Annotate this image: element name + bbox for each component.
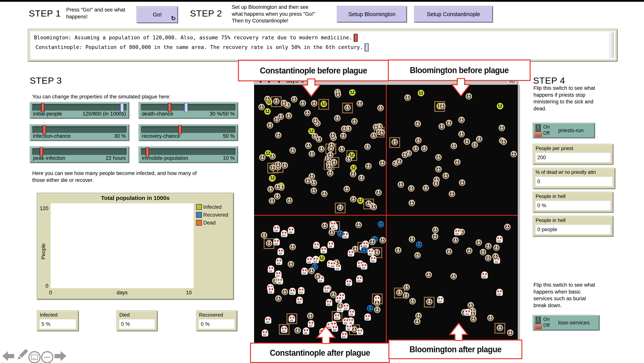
go-button[interactable]: Go! ↻ — [137, 6, 178, 23]
person-healthy — [426, 272, 432, 278]
keyboard-icon-inner — [31, 354, 38, 360]
output-scrollbar[interactable] — [609, 32, 614, 58]
monitor-infected: Infected 5 % — [37, 310, 79, 331]
monitor-label: People in hell — [536, 194, 566, 199]
person-dead — [265, 316, 271, 324]
person-dead — [268, 287, 274, 294]
callout-arrow-down — [451, 78, 470, 96]
slider-channel[interactable] — [141, 126, 236, 133]
person-healthy — [273, 98, 280, 104]
person-healthy — [370, 132, 377, 139]
slider-channel[interactable] — [141, 148, 236, 155]
pencil-icon[interactable] — [15, 348, 29, 362]
quadrant-divider-vertical — [386, 85, 387, 343]
person-healthy — [316, 136, 322, 142]
slider-death-chance[interactable]: death-chance 30 %/50 % — [138, 102, 238, 118]
initial-people-handle-red[interactable] — [41, 103, 44, 112]
slider-channel[interactable] — [32, 104, 127, 111]
switch-off-label: Off — [543, 322, 550, 328]
person-healthy — [308, 150, 315, 157]
person-dead — [306, 256, 313, 264]
person-healthy — [449, 191, 455, 197]
person-dead — [348, 250, 354, 256]
step1-instruction: Press "Go!" and see what happens! — [66, 6, 141, 20]
person-healthy — [433, 180, 439, 187]
death-chance-handle-blue[interactable] — [184, 103, 188, 112]
slider-channel[interactable] — [32, 148, 127, 155]
person-healthy — [476, 136, 482, 142]
person-healthy — [351, 118, 358, 124]
netlogo-plague-model: STEP 1 Press "Go!" and see what happens!… — [0, 0, 644, 363]
person-dead — [362, 240, 369, 248]
forward-arrow-icon[interactable] — [54, 351, 66, 362]
priests-run-switch[interactable]: On Off priests-run — [533, 123, 595, 138]
monitor-value: 0 % — [119, 319, 155, 329]
person-healthy — [308, 268, 315, 274]
monitor-value: 0 — [535, 176, 613, 186]
person-healthy — [403, 284, 410, 290]
person-healthy — [450, 273, 457, 280]
person-healthy — [442, 172, 449, 179]
person-healthy — [396, 158, 402, 164]
slider-channel[interactable] — [32, 126, 127, 133]
initial-people-handle-blue[interactable] — [120, 103, 124, 112]
slider-label: recovery-chance — [142, 133, 180, 139]
person-healthy — [452, 237, 459, 244]
person-healthy — [330, 291, 336, 298]
person-dead — [368, 248, 374, 256]
person-dead — [288, 315, 295, 322]
person-infected — [269, 175, 276, 181]
person-healthy — [485, 255, 492, 261]
legend-dead: Dead — [196, 220, 216, 226]
slider-peak-infection[interactable]: peak-infection 22 hours — [30, 146, 129, 163]
switch-handle[interactable] — [534, 132, 542, 137]
callout-arrow-up — [316, 326, 336, 344]
keyboard-icon[interactable] — [28, 351, 41, 363]
infection-chance-handle-red[interactable] — [42, 125, 46, 134]
person-healthy — [404, 94, 411, 101]
output-text-area: Bloomington: Assuming a population of 12… — [30, 31, 616, 60]
person-healthy — [458, 117, 465, 123]
slider-value: 10 % — [223, 155, 235, 161]
slider-initial-people[interactable]: initial-people 120/800 (in 1000s) — [30, 102, 129, 118]
setup-bloomington-button[interactable]: Setup Bloomington — [337, 6, 407, 22]
immobile-population-handle-red[interactable] — [146, 147, 149, 156]
person-healthy — [435, 166, 442, 172]
recovery-chance-handle-red[interactable] — [178, 125, 182, 134]
person-healthy — [464, 138, 470, 145]
person-healthy — [409, 236, 415, 242]
peak-infection-handle-red[interactable] — [40, 147, 43, 156]
person-healthy — [392, 139, 398, 146]
slider-value: 120/800 (in 1000s) — [83, 111, 126, 117]
callout-bloomington-before: Bloomington before plague — [388, 60, 530, 81]
setup-constantinople-button[interactable]: Setup Constantinople — [414, 6, 493, 22]
monitor-label: Recovered — [199, 312, 223, 318]
lose-services-switch[interactable]: On Off lose-services — [533, 315, 600, 330]
person-healthy — [374, 306, 380, 313]
person-dead — [273, 225, 280, 232]
person-healthy — [398, 181, 404, 188]
person-dead — [281, 326, 288, 333]
person-dead — [334, 313, 340, 320]
priests-instruction: Flip this switch to see what happens if … — [534, 85, 624, 112]
person-healthy — [493, 244, 500, 251]
world-view[interactable] — [254, 85, 520, 343]
slider-label: infection-chance — [33, 133, 71, 139]
slider-channel[interactable] — [141, 104, 236, 111]
person-infected — [350, 164, 357, 171]
switch-handle[interactable] — [534, 324, 542, 329]
person-healthy — [365, 163, 372, 170]
person-healthy — [432, 233, 438, 240]
death-chance-handle-red[interactable] — [168, 103, 171, 112]
person-healthy — [267, 122, 273, 128]
person-healthy — [327, 170, 334, 176]
person-infected — [418, 90, 424, 96]
slider-recovery-chance[interactable]: recovery-chance 50 % — [138, 124, 238, 141]
switch-on-label: On — [543, 124, 550, 130]
ellipsis-icon[interactable]: ••• — [41, 351, 53, 363]
slider-infection-chance[interactable]: infection-chance 30 % — [30, 124, 129, 141]
step1-title: STEP 1 — [29, 8, 61, 18]
person-healthy — [409, 298, 416, 304]
slider-immobile-population[interactable]: immobile-population 10 % — [138, 146, 238, 163]
back-arrow-icon[interactable] — [2, 351, 14, 362]
